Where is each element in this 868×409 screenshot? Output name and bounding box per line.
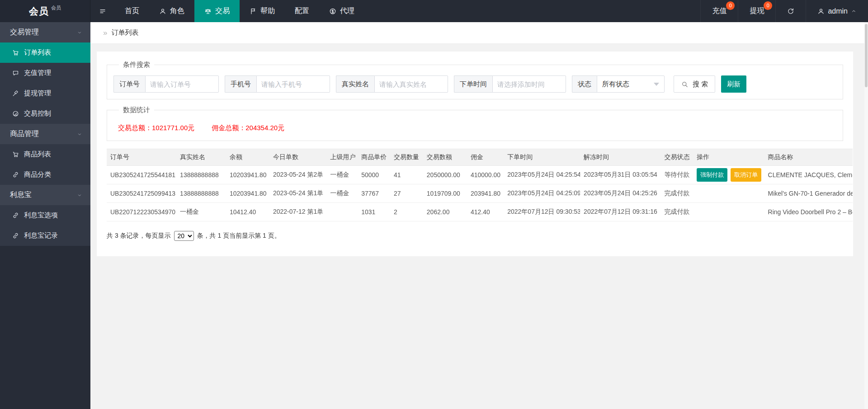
nav-item-help[interactable]: 帮助 — [240, 0, 285, 22]
table-cell: 13888888888 — [176, 166, 226, 184]
force-pay-button[interactable]: 强制付款 — [697, 168, 727, 182]
cart-icon — [12, 49, 19, 56]
refresh-icon-button[interactable] — [775, 0, 806, 22]
scrollbar-thumb[interactable] — [865, 24, 868, 87]
column-header: 解冻时间 — [580, 149, 660, 166]
column-header: 余额 — [226, 149, 269, 166]
gavel-icon — [12, 90, 19, 97]
table-cell: 412.40 — [467, 203, 504, 221]
sidebar-group-trade-management[interactable]: 交易管理 — [0, 22, 90, 42]
sidebar-item-product-category[interactable]: 商品分类 — [0, 165, 90, 185]
breadcrumb: » 订单列表 — [90, 22, 864, 44]
sidebar-group-lixibao[interactable]: 利息宝 — [0, 185, 90, 205]
sidebar-item-label: 商品分类 — [24, 170, 51, 179]
column-header: 真实姓名 — [176, 149, 226, 166]
recharge-label: 充值 — [712, 6, 726, 16]
table-cell: 1019709.00 — [423, 184, 467, 203]
sidebar-item-lixibao-options[interactable]: 利息宝选项 — [0, 205, 90, 226]
sidebar-group-product-management[interactable]: 商品管理 — [0, 124, 90, 144]
table-cell: 2023年05月24日 04:25:54 — [504, 166, 580, 184]
sidebar-group-label: 利息宝 — [10, 190, 32, 200]
cart-icon — [12, 151, 19, 158]
sidebar-item-lixibao-records[interactable]: 利息宝记录 — [0, 226, 90, 246]
top-nav: 首页角色交易帮助配置代理 — [115, 0, 364, 22]
table-cell: 13888888888 — [176, 184, 226, 203]
nav-item-label: 首页 — [125, 6, 139, 16]
table-cell: 2023年05月24日 04:25:09 — [504, 184, 580, 203]
order-time-input[interactable] — [492, 75, 566, 93]
sidebar-item-trade-control[interactable]: 交易控制 — [0, 103, 90, 124]
cancel-order-button[interactable]: 取消订单 — [731, 168, 761, 182]
sidebar-item-label: 充值管理 — [24, 69, 51, 77]
stats-legend: 数据统计 — [119, 106, 154, 114]
table-cell: 10203941.80 — [226, 166, 269, 184]
field-order-time: 下单时间 — [454, 75, 566, 93]
field-label-status: 状态 — [572, 75, 597, 93]
product-name-cell: CLEMENTE JACQUES, Clemente Jacques Vinag… — [764, 166, 853, 184]
nav-item-label: 帮助 — [260, 6, 275, 16]
user-icon — [159, 8, 166, 15]
logo-tag: 会员 — [51, 5, 61, 11]
refresh-button[interactable]: 刷新 — [721, 75, 746, 93]
chevron-down-icon — [654, 83, 659, 86]
double-chevron-icon: » — [103, 28, 107, 38]
refresh-icon — [787, 8, 794, 15]
page-title: 订单列表 — [111, 28, 138, 37]
table-cell: 203941.80 — [467, 184, 504, 203]
table-cell: 一桶金 — [327, 166, 358, 184]
status-select[interactable]: 所有状态 — [597, 75, 665, 93]
column-header: 订单号 — [107, 149, 176, 166]
nav-item-agent[interactable]: 代理 — [319, 0, 364, 22]
sidebar-item-label: 提现管理 — [24, 89, 51, 98]
table-cell: 一桶金 — [327, 184, 358, 203]
table-cell — [327, 203, 358, 221]
table-cell: 10412.40 — [226, 203, 269, 221]
field-label-real-name: 真实姓名 — [336, 75, 374, 93]
table-cell: UB2207122230534970 — [107, 203, 176, 221]
sidebar: 交易管理订单列表充值管理提现管理交易控制商品管理商品列表商品分类利息宝利息宝选项… — [0, 22, 90, 409]
stats-fieldset: 数据统计 交易总额：1021771.00元 佣金总额：204354.20元 — [107, 106, 843, 141]
content-panel: 条件搜索 订单号手机号真实姓名下单时间状态所有状态搜 索刷新 数据统计 交易总额… — [97, 52, 853, 256]
recharge-link[interactable]: 充值 0 — [700, 0, 738, 22]
sidebar-group-label: 商品管理 — [10, 129, 39, 139]
pagination-prefix: 共 3 条记录，每页显示 — [107, 232, 171, 240]
table-cell: 2022年07月12日 09:30:53 — [504, 203, 580, 221]
actions-cell — [693, 184, 764, 203]
nav-item-label: 角色 — [170, 6, 184, 16]
menu-icon[interactable] — [90, 0, 115, 22]
sidebar-item-order-list[interactable]: 订单列表 — [0, 42, 90, 63]
real-name-input[interactable] — [374, 75, 448, 93]
phone-input[interactable] — [256, 75, 330, 93]
total-trade-stat: 交易总额：1021771.00元 — [118, 124, 194, 132]
table-cell: 2050000.00 — [423, 166, 467, 184]
gauge-icon — [12, 110, 19, 117]
sidebar-item-withdraw-management[interactable]: 提现管理 — [0, 83, 90, 103]
field-real-name: 真实姓名 — [336, 75, 448, 93]
nav-item-label: 交易 — [215, 6, 230, 16]
search-button[interactable]: 搜 索 — [674, 75, 715, 93]
nav-item-home[interactable]: 首页 — [115, 0, 149, 22]
page-size-select[interactable]: 20 — [174, 231, 194, 241]
table-row: UB23052417250994131388888888810203941.80… — [107, 184, 853, 203]
user-menu[interactable]: admin — [806, 0, 868, 22]
withdraw-link[interactable]: 提现 0 — [738, 0, 775, 22]
nav-item-config[interactable]: 配置 — [285, 0, 319, 22]
withdraw-badge: 0 — [764, 1, 772, 10]
search-row: 订单号手机号真实姓名下单时间状态所有状态搜 索刷新 — [113, 75, 836, 93]
chevron-down-icon — [77, 193, 82, 198]
order-no-input[interactable] — [145, 75, 219, 93]
chevron-down-icon — [77, 30, 82, 35]
link-icon — [12, 232, 19, 239]
total-commission-stat: 佣金总额：204354.20元 — [212, 124, 284, 132]
scales-icon — [204, 8, 212, 15]
field-label-order-time: 下单时间 — [454, 75, 492, 93]
nav-item-label: 代理 — [340, 6, 354, 16]
sidebar-group-label: 交易管理 — [10, 28, 39, 37]
table-cell: 2023-05-24 第2单 — [269, 166, 327, 184]
table-cell: 1031 — [358, 203, 390, 221]
sidebar-item-product-list[interactable]: 商品列表 — [0, 144, 90, 165]
sidebar-item-recharge-management[interactable]: 充值管理 — [0, 63, 90, 83]
nav-item-trade[interactable]: 交易 — [194, 0, 240, 22]
table-cell: 一桶金 — [176, 203, 226, 221]
nav-item-roles[interactable]: 角色 — [149, 0, 194, 22]
